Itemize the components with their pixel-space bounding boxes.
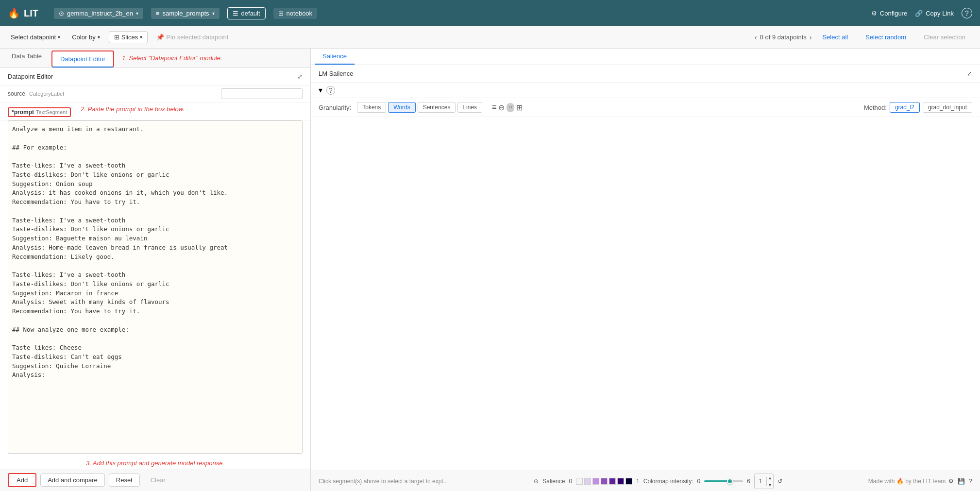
method-label: Method: xyxy=(864,104,887,111)
list-icon[interactable]: ≡ xyxy=(492,103,496,112)
model-db-icon: ⊙ xyxy=(59,10,64,17)
circle-icon[interactable]: ⊖ xyxy=(498,103,505,112)
color-by-arrow: ▾ xyxy=(98,34,100,40)
help2-icon[interactable]: ? xyxy=(969,478,972,485)
left-panel: Data Table Datapoint Editor 1. Select "D… xyxy=(0,49,311,491)
dataset-dropdown-icon: ▾ xyxy=(212,11,215,16)
pin-icon: 📌 xyxy=(156,34,164,41)
source-field-row: source CategoryLabel xyxy=(0,85,310,102)
stepper-down[interactable]: ▾ xyxy=(767,481,773,489)
configure-button[interactable]: ⚙ Configure xyxy=(871,10,907,17)
help-icon: ? xyxy=(965,9,969,17)
color-by-button[interactable]: Color by ▾ xyxy=(69,32,102,43)
method-grad-l2[interactable]: grad_l2 xyxy=(890,102,920,113)
toggle-icon[interactable]: ○ xyxy=(507,103,514,112)
prev-datapoint-button[interactable]: ‹ xyxy=(755,34,757,41)
footer-hint: Click segment(s) above to select a targe… xyxy=(319,478,448,485)
swatch-4 xyxy=(601,478,608,485)
salience-controls-row1: ▾ ? xyxy=(311,83,980,98)
swatch-2 xyxy=(584,478,591,485)
configure-label: Configure xyxy=(880,10,907,17)
model-dropdown-icon: ▾ xyxy=(136,11,138,16)
notebook-icon: ⊞ xyxy=(278,10,284,17)
method-section: Method: grad_l2 grad_dot_input xyxy=(864,102,972,113)
slider-thumb xyxy=(727,478,733,484)
salience-min: 0 xyxy=(569,478,572,485)
bottom-action-bar: Add Add and compare Reset Clear xyxy=(0,469,310,491)
granularity-label: Granularity: xyxy=(319,104,351,111)
model-selector[interactable]: ⊙ gemma_instruct_2b_en ▾ xyxy=(54,8,143,19)
right-expand-icon[interactable]: ⤢ xyxy=(967,70,972,77)
stepper-value: 1 xyxy=(755,477,767,486)
notebook-name: notebook xyxy=(287,10,313,17)
datapoints-nav: ‹ 0 of 9 datapoints › xyxy=(755,34,811,41)
method-grad-dot-input[interactable]: grad_dot_input xyxy=(923,102,972,113)
clear-button[interactable]: Clear xyxy=(144,474,172,486)
source-label: source xyxy=(8,90,25,97)
prompt-field-row: *prompt TextSegment 2. Paste the prompt … xyxy=(0,102,310,120)
footer-right-section: Made with 🔥 by the LIT team ⚙ 💾 ? xyxy=(868,478,972,485)
granularity-sentences[interactable]: Sentences xyxy=(418,102,456,113)
salience-dropdown-icon[interactable]: ▾ xyxy=(319,85,322,95)
select-datapoint-label: Select datapoint xyxy=(11,34,56,41)
refresh-icon[interactable]: ↺ xyxy=(777,478,782,485)
reset-button[interactable]: Reset xyxy=(109,474,140,487)
tab-data-table[interactable]: Data Table xyxy=(4,49,50,68)
pin-datapoint-button[interactable]: 📌 Pin selected datapoint xyxy=(153,32,231,43)
gear-icon: ⚙ xyxy=(871,10,877,17)
instruction-2: 2. Paste the prompt in the box below. xyxy=(81,105,185,113)
instruction-1: 1. Select "Datapoint Editor" module. xyxy=(122,54,222,62)
select-all-button[interactable]: Select all xyxy=(815,32,855,43)
tab-salience[interactable]: Salience xyxy=(315,49,355,65)
dataset-selector[interactable]: ≡ sample_prompts ▾ xyxy=(151,8,220,19)
lm-salience-header: LM Salience ⤢ xyxy=(311,65,980,83)
prompt-label: *prompt xyxy=(12,109,34,116)
salience-info-icon[interactable]: ? xyxy=(326,86,335,95)
salience-text: Salience xyxy=(542,478,565,485)
select-datapoint-button[interactable]: Select datapoint ▾ xyxy=(8,32,63,43)
link-icon: 🔗 xyxy=(915,10,923,17)
select-random-button[interactable]: Select random xyxy=(859,32,913,43)
prompt-textarea[interactable]: Analyze a menu item in a restaurant. ## … xyxy=(8,120,303,454)
tab-salience-label: Salience xyxy=(322,52,347,60)
settings-icon[interactable]: ⚙ xyxy=(948,478,954,485)
swatch-3 xyxy=(592,478,599,485)
config-selector[interactable]: ☰ default xyxy=(227,7,266,19)
prompt-label-box: *prompt TextSegment xyxy=(8,107,71,117)
right-tab-bar: Salience xyxy=(311,49,980,65)
granularity-tokens[interactable]: Tokens xyxy=(357,102,386,113)
expand-icon[interactable]: ⤢ xyxy=(297,73,303,80)
copy-link-button[interactable]: 🔗 Copy Link xyxy=(915,10,954,17)
granularity-words[interactable]: Words xyxy=(388,102,415,113)
tab-datapoint-editor[interactable]: Datapoint Editor xyxy=(51,51,114,68)
main-content: Data Table Datapoint Editor 1. Select "D… xyxy=(0,49,980,491)
notebook-selector[interactable]: ⊞ notebook xyxy=(273,8,318,19)
save-icon[interactable]: 💾 xyxy=(958,478,965,485)
source-sublabel: CategoryLabel xyxy=(29,91,64,97)
instruction-1-container: 1. Select "Datapoint Editor" module. xyxy=(116,49,306,68)
slices-button[interactable]: ⊞ Slices ▾ xyxy=(109,31,148,43)
add-button[interactable]: Add xyxy=(8,473,36,487)
salience-main-area xyxy=(311,117,980,471)
datapoints-count: 0 of 9 datapoints xyxy=(760,34,807,41)
grid-icon[interactable]: ⊞ xyxy=(516,103,523,112)
add-and-compare-button[interactable]: Add and compare xyxy=(40,474,105,487)
clear-selection-button[interactable]: Clear selection xyxy=(917,32,972,43)
lm-salience-title: LM Salience xyxy=(319,70,354,77)
pin-label: Pin selected datapoint xyxy=(166,34,228,41)
model-name: gemma_instruct_2b_en xyxy=(67,10,133,17)
colormap-slider[interactable] xyxy=(704,480,743,482)
stepper-up[interactable]: ▴ xyxy=(767,474,773,481)
source-input[interactable] xyxy=(221,88,303,99)
copy-link-label: Copy Link xyxy=(926,10,954,17)
next-datapoint-button[interactable]: › xyxy=(810,34,812,41)
granularity-lines[interactable]: Lines xyxy=(457,102,482,113)
main-toolbar: Select datapoint ▾ Color by ▾ ⊞ Slices ▾… xyxy=(0,26,980,49)
colormap-intensity-label: Colormap intensity: xyxy=(643,478,693,485)
granularity-controls: Granularity: Tokens Words Sentences Line… xyxy=(311,98,980,117)
dataset-name: sample_prompts xyxy=(162,10,209,17)
toolbar-right: ‹ 0 of 9 datapoints › Select all Select … xyxy=(755,32,972,43)
config-icon: ☰ xyxy=(233,10,238,17)
stepper: 1 ▴ ▾ xyxy=(754,474,774,489)
help-button[interactable]: ? xyxy=(962,8,972,18)
